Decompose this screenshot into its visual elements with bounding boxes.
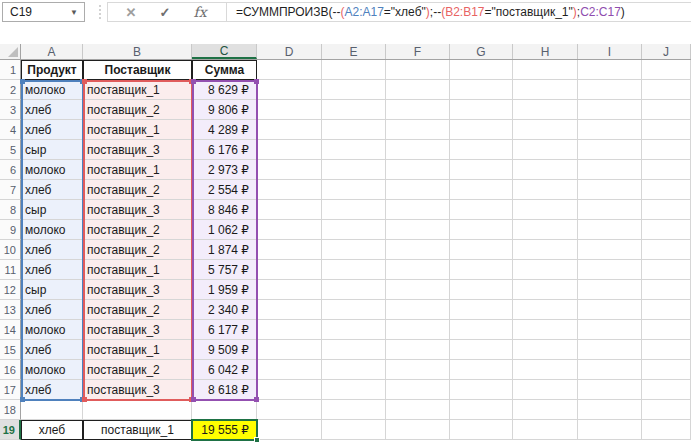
cell-G18[interactable] xyxy=(450,400,513,420)
cell-I19[interactable] xyxy=(578,420,642,440)
cell-D3[interactable] xyxy=(257,100,322,120)
cell-F2[interactable] xyxy=(386,80,450,100)
cell-J1[interactable] xyxy=(642,60,691,80)
column-header-I[interactable]: I xyxy=(578,44,642,59)
cell-A10[interactable]: хлеб xyxy=(21,240,83,260)
cell-E17[interactable] xyxy=(322,380,386,400)
select-all-corner[interactable] xyxy=(0,44,21,59)
row-header-12[interactable]: 12 xyxy=(0,280,21,300)
cell-J7[interactable] xyxy=(642,180,691,200)
cell-G11[interactable] xyxy=(450,260,513,280)
cell-E13[interactable] xyxy=(322,300,386,320)
cell-C16[interactable]: 6 042 ₽ xyxy=(192,360,257,380)
cell-J16[interactable] xyxy=(642,360,691,380)
cell-A1[interactable]: Продукт xyxy=(21,60,83,80)
cell-E2[interactable] xyxy=(322,80,386,100)
cell-J19[interactable] xyxy=(642,420,691,440)
cell-G9[interactable] xyxy=(450,220,513,240)
cell-F14[interactable] xyxy=(386,320,450,340)
cell-H2[interactable] xyxy=(513,80,578,100)
cell-F8[interactable] xyxy=(386,200,450,220)
cell-I8[interactable] xyxy=(578,200,642,220)
cell-G10[interactable] xyxy=(450,240,513,260)
cell-J17[interactable] xyxy=(642,380,691,400)
cell-A2[interactable]: молоко xyxy=(21,80,83,100)
cell-G12[interactable] xyxy=(450,280,513,300)
column-header-G[interactable]: G xyxy=(450,44,513,59)
cell-A7[interactable]: хлеб xyxy=(21,180,83,200)
column-header-C[interactable]: C xyxy=(192,44,257,59)
cell-E14[interactable] xyxy=(322,320,386,340)
name-box[interactable]: C19 ▼ xyxy=(2,2,85,22)
cell-G6[interactable] xyxy=(450,160,513,180)
cell-B18[interactable] xyxy=(83,400,192,420)
row-header-4[interactable]: 4 xyxy=(0,120,21,140)
cell-F6[interactable] xyxy=(386,160,450,180)
cell-I3[interactable] xyxy=(578,100,642,120)
cell-D12[interactable] xyxy=(257,280,322,300)
cell-E9[interactable] xyxy=(322,220,386,240)
cell-I10[interactable] xyxy=(578,240,642,260)
cell-G1[interactable] xyxy=(450,60,513,80)
cell-D8[interactable] xyxy=(257,200,322,220)
cell-I15[interactable] xyxy=(578,340,642,360)
cell-F3[interactable] xyxy=(386,100,450,120)
column-header-J[interactable]: J xyxy=(642,44,691,59)
cell-H7[interactable] xyxy=(513,180,578,200)
column-header-E[interactable]: E xyxy=(322,44,386,59)
cell-C8[interactable]: 8 846 ₽ xyxy=(192,200,257,220)
cell-C19[interactable]: 19 555 ₽ xyxy=(192,420,257,440)
cell-A18[interactable] xyxy=(21,400,83,420)
cell-E18[interactable] xyxy=(322,400,386,420)
cell-C15[interactable]: 9 509 ₽ xyxy=(192,340,257,360)
cell-F11[interactable] xyxy=(386,260,450,280)
cell-A4[interactable]: хлеб xyxy=(21,120,83,140)
column-header-D[interactable]: D xyxy=(257,44,322,59)
cell-F15[interactable] xyxy=(386,340,450,360)
cell-C17[interactable]: 8 618 ₽ xyxy=(192,380,257,400)
cell-F7[interactable] xyxy=(386,180,450,200)
cell-G7[interactable] xyxy=(450,180,513,200)
cell-H18[interactable] xyxy=(513,400,578,420)
cell-J11[interactable] xyxy=(642,260,691,280)
cell-B9[interactable]: поставщик_2 xyxy=(83,220,192,240)
cell-G3[interactable] xyxy=(450,100,513,120)
cell-B10[interactable]: поставщик_2 xyxy=(83,240,192,260)
cell-D11[interactable] xyxy=(257,260,322,280)
cell-B5[interactable]: поставщик_3 xyxy=(83,140,192,160)
cell-B6[interactable]: поставщик_1 xyxy=(83,160,192,180)
cell-B7[interactable]: поставщик_2 xyxy=(83,180,192,200)
cell-I16[interactable] xyxy=(578,360,642,380)
cell-D16[interactable] xyxy=(257,360,322,380)
cell-A12[interactable]: сыр xyxy=(21,280,83,300)
cell-G19[interactable] xyxy=(450,420,513,440)
cell-I5[interactable] xyxy=(578,140,642,160)
column-header-A[interactable]: A xyxy=(21,44,83,59)
column-header-F[interactable]: F xyxy=(386,44,450,59)
cell-H8[interactable] xyxy=(513,200,578,220)
name-box-dropdown-icon[interactable]: ▼ xyxy=(70,8,84,17)
column-header-B[interactable]: B xyxy=(83,44,192,59)
formula-input[interactable]: =СУММПРОИЗВ(--(A2:A17="хлеб");--(B2:B17=… xyxy=(227,5,625,19)
cell-E12[interactable] xyxy=(322,280,386,300)
cell-D15[interactable] xyxy=(257,340,322,360)
cell-C13[interactable]: 2 340 ₽ xyxy=(192,300,257,320)
row-header-3[interactable]: 3 xyxy=(0,100,21,120)
cell-A9[interactable]: молоко xyxy=(21,220,83,240)
cell-A6[interactable]: молоко xyxy=(21,160,83,180)
row-header-10[interactable]: 10 xyxy=(0,240,21,260)
row-header-9[interactable]: 9 xyxy=(0,220,21,240)
cell-C3[interactable]: 9 806 ₽ xyxy=(192,100,257,120)
cell-B2[interactable]: поставщик_1 xyxy=(83,80,192,100)
cell-D5[interactable] xyxy=(257,140,322,160)
insert-function-icon[interactable]: fx xyxy=(182,3,218,21)
cell-A13[interactable]: хлеб xyxy=(21,300,83,320)
cell-H10[interactable] xyxy=(513,240,578,260)
cell-I11[interactable] xyxy=(578,260,642,280)
cell-E15[interactable] xyxy=(322,340,386,360)
cell-G2[interactable] xyxy=(450,80,513,100)
cell-B13[interactable]: поставщик_2 xyxy=(83,300,192,320)
cell-C10[interactable]: 1 874 ₽ xyxy=(192,240,257,260)
cell-J6[interactable] xyxy=(642,160,691,180)
cell-H11[interactable] xyxy=(513,260,578,280)
